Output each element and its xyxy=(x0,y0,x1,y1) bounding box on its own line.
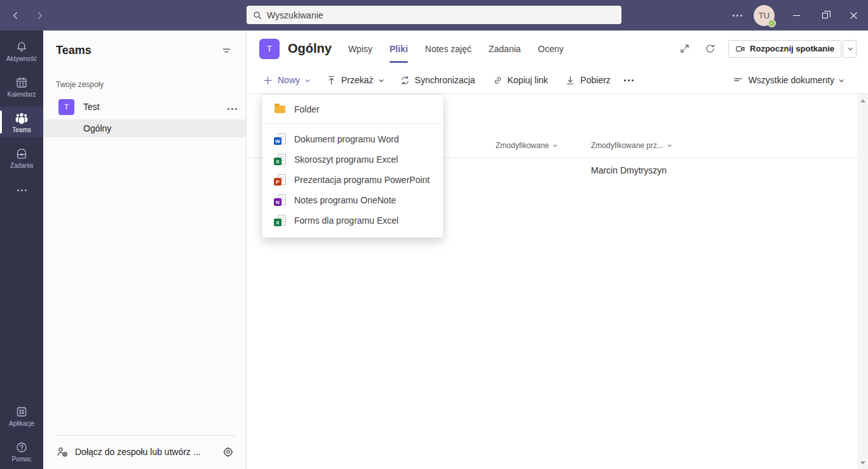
minimize-button[interactable] xyxy=(782,0,811,31)
tab-files[interactable]: Pliki xyxy=(390,31,408,67)
manage-teams-button[interactable] xyxy=(221,445,235,459)
rail-item-calendar[interactable]: Kalendarz xyxy=(0,71,43,102)
ellipsis-icon xyxy=(231,108,233,110)
menu-item-excel-workbook[interactable]: X Skoroszyt programu Excel xyxy=(262,149,443,170)
refresh-icon xyxy=(705,43,715,54)
teams-sidebar: Teams Twoje zespoły T Test Ogólny Dołącz… xyxy=(43,31,247,469)
vertical-scrollbar[interactable] xyxy=(858,94,868,469)
bell-icon xyxy=(15,41,28,53)
channel-item-general[interactable]: Ogólny xyxy=(43,119,246,137)
chevron-down-icon xyxy=(306,78,310,82)
menu-item-onenote-notebook[interactable]: N Notes programu OneNote xyxy=(262,190,443,210)
rail-item-assignments[interactable]: Zadania xyxy=(0,142,43,173)
new-file-menu: Folder W Dokument programu Word X Skoros… xyxy=(262,94,444,238)
download-icon xyxy=(565,75,576,86)
team-row-test[interactable]: T Test xyxy=(43,97,246,117)
search-input[interactable] xyxy=(267,10,615,20)
forward-button[interactable] xyxy=(32,8,47,23)
your-teams-section-label: Twoje zespoły xyxy=(43,80,246,89)
new-button[interactable]: Nowy xyxy=(262,75,309,86)
rail-item-teams[interactable]: Teams xyxy=(0,107,43,137)
start-meeting-button[interactable]: Rozpocznij spotkanie xyxy=(728,40,841,58)
chevron-down-icon xyxy=(379,78,383,82)
expand-tab-button[interactable] xyxy=(677,42,691,56)
calendar-icon xyxy=(15,76,28,89)
menu-item-label: Forms dla programu Excel xyxy=(294,215,398,226)
sidebar-bottom: Dołącz do zespołu lub utwórz ... xyxy=(43,428,245,469)
settings-and-more-button[interactable] xyxy=(726,0,749,31)
close-button[interactable] xyxy=(839,0,868,31)
view-selector-button[interactable]: Wszystkie dokumenty xyxy=(733,75,843,86)
scroll-up-button[interactable] xyxy=(858,95,868,105)
download-button[interactable]: Pobierz xyxy=(565,75,610,86)
folder-icon xyxy=(274,103,287,116)
back-button[interactable] xyxy=(8,8,23,23)
filter-button[interactable] xyxy=(219,43,233,57)
powerpoint-icon: P xyxy=(274,173,287,186)
scroll-down-button[interactable] xyxy=(858,458,868,468)
start-meeting-label: Rozpocznij spotkanie xyxy=(750,44,834,53)
upload-icon xyxy=(326,75,337,86)
menu-item-label: Prezentacja programu PowerPoint xyxy=(294,175,430,185)
team-more-options-button[interactable] xyxy=(231,101,233,112)
menu-item-powerpoint-presentation[interactable]: P Prezentacja programu PowerPoint xyxy=(262,170,443,190)
rail-label: Kalendarz xyxy=(7,91,36,98)
refresh-button[interactable] xyxy=(703,42,717,56)
rail-label: Zadania xyxy=(10,162,33,169)
menu-item-label: Skoroszyt programu Excel xyxy=(294,154,398,165)
menu-item-label: Dokument programu Word xyxy=(294,134,399,144)
meeting-options-dropdown-button[interactable] xyxy=(843,40,857,58)
apps-grid-icon xyxy=(15,405,28,418)
gear-icon xyxy=(222,445,234,458)
chevron-down-icon xyxy=(848,46,852,50)
triangle-down-icon xyxy=(860,461,865,465)
command-bar-more-button[interactable] xyxy=(628,79,630,81)
restore-button[interactable] xyxy=(811,0,839,31)
rail-item-apps[interactable]: Aplikacje xyxy=(0,400,43,431)
channel-avatar: T xyxy=(259,39,280,59)
avatar[interactable]: TU ✓ xyxy=(754,5,775,26)
restore-icon xyxy=(822,13,828,18)
close-icon xyxy=(850,11,858,20)
column-label: Zmodyfikowane xyxy=(496,141,549,150)
rail-more-apps-button[interactable] xyxy=(0,189,43,191)
rail-item-activity[interactable]: Aktywność xyxy=(0,36,43,66)
menu-item-label: Folder xyxy=(294,104,320,114)
column-header-modified-by[interactable]: Zmodyfikowane prz... xyxy=(591,141,670,150)
sidebar-title: Teams xyxy=(56,44,92,57)
channel-header: T Ogólny Wpisy Pliki Notes zajęć Zadania… xyxy=(247,31,868,67)
chevron-down-icon xyxy=(668,143,672,147)
help-icon xyxy=(15,441,28,454)
window-controls: TU ✓ xyxy=(726,0,868,31)
excel-icon: X xyxy=(274,153,287,166)
ellipsis-icon xyxy=(736,15,738,17)
column-header-modified[interactable]: Zmodyfikowane xyxy=(496,141,556,150)
join-or-create-team-button[interactable]: Dołącz do zespołu lub utwórz ... xyxy=(75,447,221,457)
copy-link-button[interactable]: Kopiuj link xyxy=(492,75,548,86)
tab-assignments[interactable]: Zadania xyxy=(489,31,521,67)
channel-name: Ogólny xyxy=(83,123,111,133)
presence-available-icon: ✓ xyxy=(768,19,776,27)
upload-button[interactable]: Przekaż xyxy=(326,75,383,86)
tab-class-notebook[interactable]: Notes zajęć xyxy=(425,31,471,67)
person-add-icon xyxy=(56,445,69,458)
team-name: Test xyxy=(83,102,231,112)
new-label: Nowy xyxy=(278,75,300,85)
copy-link-label: Kopiuj link xyxy=(508,75,548,85)
sync-label: Synchronizacja xyxy=(415,75,475,85)
menu-item-word-document[interactable]: W Dokument programu Word xyxy=(262,129,443,149)
view-selector-label: Wszystkie dokumenty xyxy=(749,75,834,85)
rail-item-help[interactable]: Pomoc xyxy=(0,436,43,466)
menu-item-forms-for-excel[interactable]: X Forms dla programu Excel xyxy=(262,210,443,231)
download-label: Pobierz xyxy=(580,75,610,85)
rail-label: Aktywność xyxy=(6,55,37,62)
tab-posts[interactable]: Wpisy xyxy=(348,31,372,67)
search-box[interactable] xyxy=(247,6,621,24)
sync-button[interactable]: Synchronizacja xyxy=(400,75,475,86)
history-nav xyxy=(8,8,47,23)
menu-item-folder[interactable]: Folder xyxy=(262,95,443,124)
tab-grades[interactable]: Oceny xyxy=(538,31,564,67)
upload-label: Przekaż xyxy=(341,75,374,85)
backpack-icon xyxy=(15,147,28,160)
channel-tabs: Wpisy Pliki Notes zajęć Zadania Oceny xyxy=(348,31,564,67)
